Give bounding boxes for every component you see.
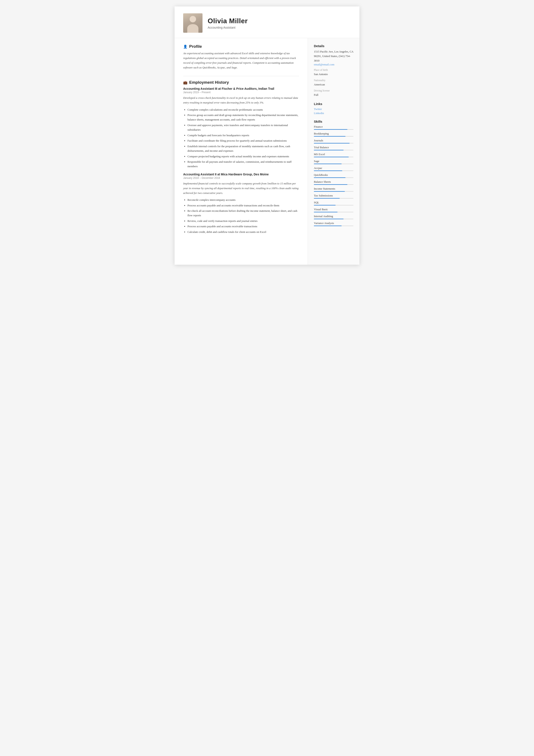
skill-item: Finance xyxy=(314,125,353,130)
skill-bar-bg xyxy=(314,212,353,212)
skill-bar-fill xyxy=(314,219,343,219)
skill-item: SQL xyxy=(314,201,353,205)
skill-name: SQL xyxy=(314,201,353,204)
skill-name: Journals xyxy=(314,139,353,142)
skill-item: Bookkeeping xyxy=(314,132,353,137)
skill-bar-fill xyxy=(314,136,345,137)
skill-bar-bg xyxy=(314,157,353,157)
skill-bar-fill xyxy=(314,129,347,130)
job-dates-1: January 2019 – Present xyxy=(183,91,299,94)
profile-section-title: 👤 Profile xyxy=(183,44,299,49)
left-column: 👤 Profile An experienced accounting assi… xyxy=(175,38,308,265)
skill-bar-bg xyxy=(314,171,353,171)
skill-bar-bg xyxy=(314,226,353,226)
skill-name: Sage xyxy=(314,159,353,163)
skill-bar-fill xyxy=(314,205,336,205)
skill-bar-bg xyxy=(314,177,353,178)
skill-bar-fill xyxy=(314,198,340,199)
skill-bar-bg xyxy=(314,143,353,144)
skill-name: Finance xyxy=(314,125,353,128)
job-title-2: Accounting Assistant II at Mica Hardware… xyxy=(183,173,299,176)
skill-name: Bookkeeping xyxy=(314,132,353,135)
job-block-1: Accounting Assistant III at Fischer & Pr… xyxy=(183,87,299,169)
place-of-birth-value: San Antonio xyxy=(314,72,353,77)
nationality-value: American xyxy=(314,82,353,87)
skill-bar-bg xyxy=(314,150,353,150)
profile-icon: 👤 xyxy=(183,44,188,49)
list-item: Compare projected budgeting reports with… xyxy=(188,154,299,159)
list-item: Oversee and approve payments, wire trans… xyxy=(188,123,299,132)
list-item: Process accounts payable and accounts re… xyxy=(188,203,299,208)
skill-item: Variance Analysis xyxy=(314,222,353,226)
detail-email[interactable]: email@email.com xyxy=(314,63,353,66)
list-item: Process accounts payable and accounts re… xyxy=(188,224,299,229)
skill-bar-bg xyxy=(314,184,353,185)
skill-bar-fill xyxy=(314,150,343,150)
job-title-1: Accounting Assistant III at Fischer & Pr… xyxy=(183,87,299,91)
header-info: Olivia Miller Accounting Assistant xyxy=(208,17,351,29)
job-bullets-1: Complete complex calculations and reconc… xyxy=(183,107,299,169)
skill-name: Tax Submissions xyxy=(314,194,353,197)
skill-bar-fill xyxy=(314,171,342,171)
profile-section: 👤 Profile An experienced accounting assi… xyxy=(183,44,299,70)
skill-bar-fill xyxy=(314,184,347,185)
right-column: Details 1515 Pacific Ave, Los Angeles, C… xyxy=(308,38,359,265)
job-bullets-2: Reconcile complex intercompany accounts … xyxy=(183,198,299,234)
list-item: Re-check all account reconciliations bef… xyxy=(188,208,299,218)
skill-name: Trial Balance xyxy=(314,146,353,149)
skill-name: Income Statements xyxy=(314,187,353,190)
employment-section: 💼 Employment History Accounting Assistan… xyxy=(183,80,299,234)
resume-container: Olivia Miller Accounting Assistant 👤 Pro… xyxy=(175,7,359,265)
skill-item: Sage xyxy=(314,159,353,164)
skill-item: Internal Auditing xyxy=(314,215,353,219)
skill-bar-bg xyxy=(314,198,353,199)
job-summary-1: Developed a cross-check functionality in… xyxy=(183,95,299,105)
skill-bar-fill xyxy=(314,191,345,192)
skill-bar-fill xyxy=(314,157,349,157)
skill-item: Accpac xyxy=(314,166,353,171)
skill-bar-bg xyxy=(314,191,353,192)
profile-text: An experienced accounting assistant with… xyxy=(183,51,299,70)
links-section: Links Twitter Linkedin xyxy=(314,102,353,115)
skill-item: Visual Basic xyxy=(314,208,353,212)
links-section-title: Links xyxy=(314,102,353,106)
list-item: Establish internal controls for the prep… xyxy=(188,144,299,153)
list-item: Compile budgets and forecasts for headqu… xyxy=(188,133,299,138)
list-item: Responsible for all payruns and transfer… xyxy=(188,159,299,169)
details-section: Details 1515 Pacific Ave, Los Angeles, C… xyxy=(314,44,353,97)
skill-name: MS Excel xyxy=(314,152,353,156)
skill-name: Accpac xyxy=(314,166,353,170)
candidate-title: Accounting Assistant xyxy=(208,26,351,29)
nationality-label: Nationality xyxy=(314,79,353,82)
link-twitter[interactable]: Twitter xyxy=(314,107,353,111)
skill-item: MS Excel xyxy=(314,152,353,157)
link-linkedin[interactable]: Linkedin xyxy=(314,112,353,115)
place-of-birth-label: Place of birth xyxy=(314,68,353,72)
skill-item: Tax Submissions xyxy=(314,194,353,199)
employment-section-title: 💼 Employment History xyxy=(183,80,299,85)
candidate-name: Olivia Miller xyxy=(208,17,351,25)
skill-name: Variance Analysis xyxy=(314,222,353,225)
skill-item: QuickBooks xyxy=(314,173,353,178)
list-item: Reconcile complex intercompany accounts xyxy=(188,198,299,202)
skills-section-title: Skills xyxy=(314,120,353,123)
skill-item: Balance Sheets xyxy=(314,180,353,185)
main-content: 👤 Profile An experienced accounting assi… xyxy=(175,38,359,265)
employment-icon: 💼 xyxy=(183,80,188,85)
skill-bar-bg xyxy=(314,205,353,205)
job-dates-2: January 2018 – December 2018 xyxy=(183,176,299,179)
skill-name: Balance Sheets xyxy=(314,180,353,183)
header-section: Olivia Miller Accounting Assistant xyxy=(175,7,359,38)
list-item: Facilitate and coordinate the filing pro… xyxy=(188,138,299,143)
skill-bar-bg xyxy=(314,164,353,164)
driving-license-label: Driving license xyxy=(314,89,353,92)
job-block-2: Accounting Assistant II at Mica Hardware… xyxy=(183,173,299,234)
skill-name: Visual Basic xyxy=(314,208,353,211)
skill-bar-fill xyxy=(314,177,345,178)
skill-item: Journals xyxy=(314,139,353,144)
detail-address: 1515 Pacific Ave, Los Angeles, CA 90291,… xyxy=(314,49,353,63)
list-item: Process group accounts and draft group s… xyxy=(188,113,299,122)
skill-bar-fill xyxy=(314,212,338,212)
job-summary-2: Implemented financial controls to succes… xyxy=(183,181,299,195)
skills-section: Skills Finance Bookkeeping Journals Tria… xyxy=(314,120,353,226)
